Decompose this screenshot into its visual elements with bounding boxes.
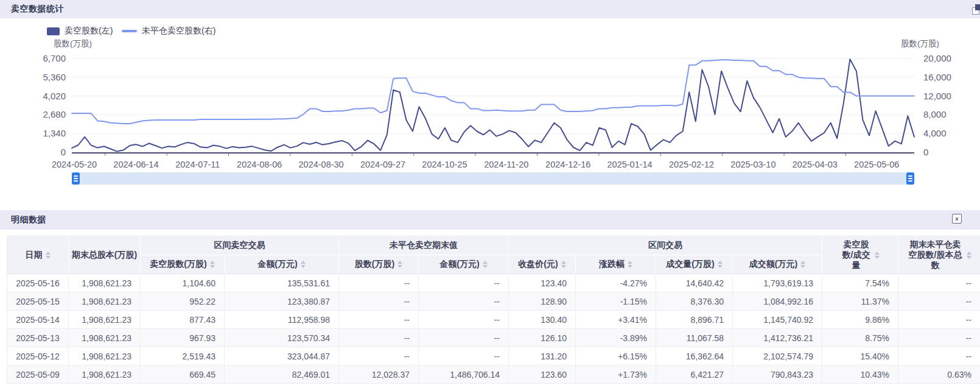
- cell-open_to_capital: --: [898, 311, 980, 329]
- legend-item-open-short-shares[interactable]: 未平仓卖空股数(右): [122, 26, 215, 37]
- col-header-volume[interactable]: 成交量(万股): [656, 255, 733, 274]
- cell-short_amount: 323,044.87: [225, 347, 339, 366]
- col-header-short-amount[interactable]: 金额(万元): [225, 255, 339, 274]
- detail-data-panel-header: 明细数据: [0, 210, 980, 230]
- legend-line-swatch: [122, 30, 137, 32]
- table-row[interactable]: 2025-05-121,908,621.232,519.43323,044.87…: [7, 347, 980, 366]
- cell-short_shares: 952.22: [141, 292, 225, 311]
- sort-caret-icon: [800, 261, 805, 268]
- col-header-date[interactable]: 日期: [7, 236, 69, 274]
- svg-text:6,700: 6,700: [43, 53, 66, 63]
- svg-text:5,360: 5,360: [43, 72, 66, 82]
- table-row[interactable]: 2025-05-091,908,621.23669.4582,469.0112,…: [7, 366, 980, 384]
- col-header-open-amount[interactable]: 金额(万元): [419, 255, 509, 274]
- cell-short_shares: 967.93: [141, 329, 225, 347]
- svg-text:2025-04-03: 2025-04-03: [793, 160, 838, 169]
- cell-change: -1.15%: [576, 292, 656, 311]
- cell-short_to_volume: 11.37%: [822, 292, 898, 311]
- cell-short_to_volume: 8.75%: [822, 329, 898, 347]
- short-selling-line-chart: 6,70020,0005,36016,0004,02012,0002,6808,…: [0, 37, 980, 177]
- sort-caret-icon: [967, 252, 971, 259]
- table-row[interactable]: 2025-05-161,908,621.231,104.60135,531.61…: [7, 274, 980, 292]
- legend-item-short-shares[interactable]: 卖空股数(左): [47, 26, 113, 37]
- excel-export-icon[interactable]: x: [952, 214, 962, 224]
- group-header-short-trading: 区间卖空交易: [141, 236, 339, 255]
- svg-text:2024-05-20: 2024-05-20: [52, 160, 97, 169]
- cell-date: 2025-05-15: [7, 292, 69, 311]
- cell-open_shares: --: [339, 329, 419, 347]
- svg-text:4,020: 4,020: [43, 91, 66, 101]
- svg-text:2025-05-06: 2025-05-06: [854, 160, 899, 169]
- cell-turnover: 1,412,736.21: [733, 329, 822, 347]
- table-header-group-row: 日期 期末总股本(万股) 区间卖空交易 未平仓卖空期末值 区间交易 卖空股数/成…: [7, 236, 980, 255]
- svg-text:12,000: 12,000: [923, 91, 951, 101]
- cell-change: -3.89%: [576, 329, 656, 347]
- sort-caret-icon: [718, 261, 723, 268]
- datazoom-handle-left[interactable]: [72, 172, 80, 185]
- cell-total_share_capital: 1,908,621.23: [69, 274, 141, 292]
- col-header-short-to-volume[interactable]: 卖空股数/成交量: [822, 236, 898, 274]
- cell-change: -4.27%: [576, 274, 656, 292]
- cell-open_to_capital: 0.63%: [898, 366, 980, 384]
- cell-short_to_volume: 7.54%: [822, 274, 898, 292]
- col-header-short-shares[interactable]: 卖空股数(万股): [141, 255, 225, 274]
- group-header-range-trading: 区间交易: [509, 236, 822, 255]
- table-row[interactable]: 2025-05-151,908,621.23952.22123,380.87--…: [7, 292, 980, 311]
- cell-close: 123.60: [509, 366, 576, 384]
- legend-bar-swatch: [47, 27, 60, 35]
- cell-open_amount: --: [419, 347, 509, 366]
- cell-short_amount: 123,570.34: [225, 329, 339, 347]
- cell-short_shares: 1,104.60: [141, 274, 225, 292]
- svg-text:16,000: 16,000: [923, 72, 951, 82]
- cell-date: 2025-05-14: [7, 311, 69, 329]
- sort-caret-icon: [628, 261, 632, 268]
- sort-caret-icon: [561, 261, 566, 268]
- col-header-open-shares[interactable]: 股数(万股): [339, 255, 419, 274]
- cell-change: +6.15%: [576, 347, 656, 366]
- cell-close: 123.40: [509, 274, 576, 292]
- datazoom-handle-right[interactable]: [906, 172, 914, 185]
- cell-open_to_capital: --: [898, 274, 980, 292]
- svg-text:2024-08-06: 2024-08-06: [237, 160, 282, 169]
- cell-close: 126.10: [509, 329, 576, 347]
- export-icon-front: [975, 4, 980, 10]
- cell-change: +3.41%: [576, 311, 656, 329]
- export-icon[interactable]: [972, 4, 980, 14]
- cell-short_amount: 123,380.87: [225, 292, 339, 311]
- svg-text:1,340: 1,340: [43, 128, 66, 138]
- svg-text:2024-07-11: 2024-07-11: [175, 160, 220, 169]
- sort-caret-icon: [397, 261, 402, 268]
- cell-open_shares: 12,028.37: [339, 366, 419, 384]
- cell-turnover: 1,793,619.13: [733, 274, 822, 292]
- cell-open_amount: --: [419, 292, 509, 311]
- sort-caret-icon: [46, 252, 51, 259]
- cell-turnover: 2,102,574.79: [733, 347, 822, 366]
- svg-text:2024-06-14: 2024-06-14: [113, 160, 158, 169]
- svg-text:2025-02-12: 2025-02-12: [669, 160, 714, 169]
- cell-short_to_volume: 10.43%: [822, 366, 898, 384]
- table-row[interactable]: 2025-05-131,908,621.23967.93123,570.34--…: [7, 329, 980, 347]
- datazoom-slider[interactable]: [72, 172, 914, 185]
- cell-volume: 11,067.58: [656, 329, 733, 347]
- cell-open_amount: --: [419, 311, 509, 329]
- col-header-change[interactable]: 涨跌幅: [576, 255, 656, 274]
- cell-volume: 8,896.71: [656, 311, 733, 329]
- cell-short_amount: 135,531.61: [225, 274, 339, 292]
- cell-turnover: 1,084,992.16: [733, 292, 822, 311]
- svg-text:0: 0: [923, 147, 928, 157]
- col-header-open-to-capital[interactable]: 期末未平仓卖空股数/股本总数: [898, 236, 980, 274]
- cell-close: 131.20: [509, 347, 576, 366]
- col-header-total-capital: 期末总股本(万股): [69, 236, 141, 274]
- table-row[interactable]: 2025-05-141,908,621.23877.43112,958.98--…: [7, 311, 980, 329]
- cell-total_share_capital: 1,908,621.23: [69, 329, 141, 347]
- col-header-turnover[interactable]: 成交额(万元): [733, 255, 822, 274]
- svg-text:2,680: 2,680: [43, 109, 66, 119]
- cell-date: 2025-05-09: [7, 366, 69, 384]
- cell-total_share_capital: 1,908,621.23: [69, 347, 141, 366]
- cell-volume: 6,421.27: [656, 366, 733, 384]
- col-header-close-price[interactable]: 收盘价(元): [509, 255, 576, 274]
- cell-volume: 14,640.42: [656, 274, 733, 292]
- cell-short_to_volume: 9.86%: [822, 311, 898, 329]
- svg-text:2024-11-20: 2024-11-20: [484, 160, 528, 169]
- cell-total_share_capital: 1,908,621.23: [69, 292, 141, 311]
